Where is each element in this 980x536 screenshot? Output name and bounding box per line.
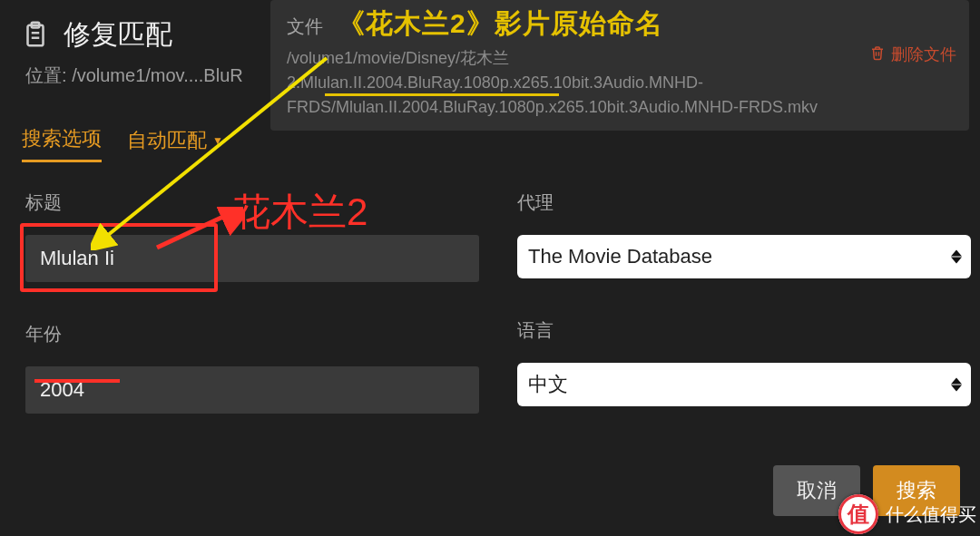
watermark: 值 什么值得买 [838, 494, 976, 534]
file-path: /volume1/movie/Disney/花木兰2.Mlulan.II.200… [287, 46, 904, 120]
watermark-text: 什么值得买 [886, 502, 976, 527]
cancel-button-label: 取消 [797, 477, 837, 504]
caret-down-icon: ▼ [212, 134, 223, 147]
agent-select[interactable]: The Movie Database [517, 235, 971, 278]
file-annotation-text: 《花木兰2》影片原始命名 [338, 5, 663, 43]
tabs-row: 搜索选项 自动匹配 ▼ [22, 125, 223, 162]
clipboard-icon [20, 20, 51, 51]
location-value: /volume1/mov....BluR [72, 65, 243, 85]
trash-icon [869, 44, 886, 65]
file-label: 文件 [287, 15, 323, 39]
year-label: 年份 [25, 322, 479, 346]
tab-search-options[interactable]: 搜索选项 [22, 125, 102, 162]
updown-icon [951, 378, 962, 392]
title-label: 标题 [25, 190, 479, 215]
agent-value: The Movie Database [528, 245, 712, 268]
watermark-circle: 值 [838, 494, 878, 534]
location-label: 位置: [25, 65, 67, 85]
delete-file-label: 删除文件 [891, 44, 956, 65]
year-input[interactable] [25, 366, 479, 414]
tab-auto-match[interactable]: 自动匹配 ▼ [127, 127, 223, 161]
tab-auto-match-label: 自动匹配 [127, 127, 207, 154]
language-value: 中文 [528, 371, 568, 398]
dialog-title: 修复匹配 [64, 16, 172, 54]
language-label: 语言 [517, 318, 971, 343]
title-input[interactable] [25, 235, 479, 282]
file-info-panel: 文件 《花木兰2》影片原始命名 /volume1/movie/Disney/花木… [270, 0, 969, 131]
language-select[interactable]: 中文 [517, 363, 971, 406]
delete-file-button[interactable]: 删除文件 [869, 44, 956, 65]
location-path: 位置: /volume1/mov....BluR [25, 63, 243, 88]
updown-icon [951, 250, 962, 264]
agent-label: 代理 [517, 190, 971, 215]
